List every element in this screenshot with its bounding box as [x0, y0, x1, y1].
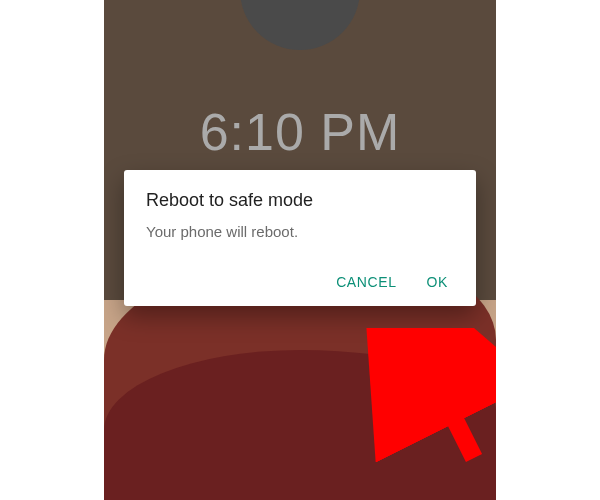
cancel-button[interactable]: CANCEL [336, 274, 396, 290]
phone-screen: 6:10 PM Reboot to safe mode Your phone w… [104, 0, 496, 500]
dialog-title: Reboot to safe mode [146, 190, 454, 211]
dialog-body: Your phone will reboot. [146, 223, 454, 240]
lockscreen-clock: 6:10 PM [104, 102, 496, 162]
background-hill-front [104, 350, 496, 500]
safe-mode-dialog: Reboot to safe mode Your phone will rebo… [124, 170, 476, 306]
dialog-actions: CANCEL OK [146, 274, 454, 296]
ok-button[interactable]: OK [427, 274, 448, 290]
